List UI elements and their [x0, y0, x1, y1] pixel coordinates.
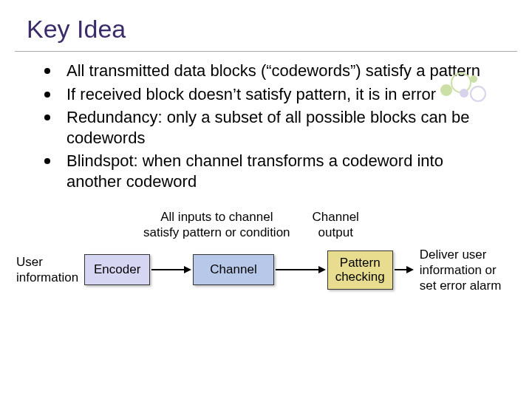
flow-upper-labels: All inputs to channel satisfy pattern or…: [0, 209, 532, 241]
bullet-icon: [44, 92, 50, 98]
bullet-icon: [44, 68, 50, 74]
bullet-text: Blindspot: when channel transforms a cod…: [66, 151, 502, 191]
bullet-icon: [44, 158, 50, 164]
pattern-checking-box: Pattern checking: [327, 250, 393, 290]
bullet-text: If received block doesn’t satisfy patter…: [66, 84, 436, 105]
inputs-label: All inputs to channel satisfy pattern or…: [143, 209, 290, 241]
bullet-text: Redundancy: only a subset of all possibl…: [66, 107, 502, 148]
flow-diagram: User information Encoder Channel Pattern…: [0, 247, 532, 294]
list-item: All transmitted data blocks (“codewords”…: [44, 61, 502, 81]
arrow-icon: [276, 266, 326, 273]
arrow-icon: [151, 266, 191, 273]
bullet-list: All transmitted data blocks (“codewords”…: [0, 61, 532, 191]
user-information-label: User information: [16, 254, 84, 286]
list-item: If received block doesn’t satisfy patter…: [44, 84, 502, 105]
output-label: Channel output: [313, 209, 359, 241]
title-underline: [15, 51, 517, 52]
deliver-label: Deliver user information or set error al…: [420, 247, 523, 294]
bullet-text: All transmitted data blocks (“codewords”…: [66, 61, 480, 81]
list-item: Blindspot: when channel transforms a cod…: [44, 151, 502, 191]
list-item: Redundancy: only a subset of all possibl…: [44, 107, 502, 148]
bullet-icon: [44, 115, 50, 120]
encoder-box: Encoder: [84, 254, 150, 285]
arrow-icon: [395, 266, 414, 273]
page-title: Key Idea: [0, 0, 532, 48]
channel-box: Channel: [193, 254, 273, 285]
